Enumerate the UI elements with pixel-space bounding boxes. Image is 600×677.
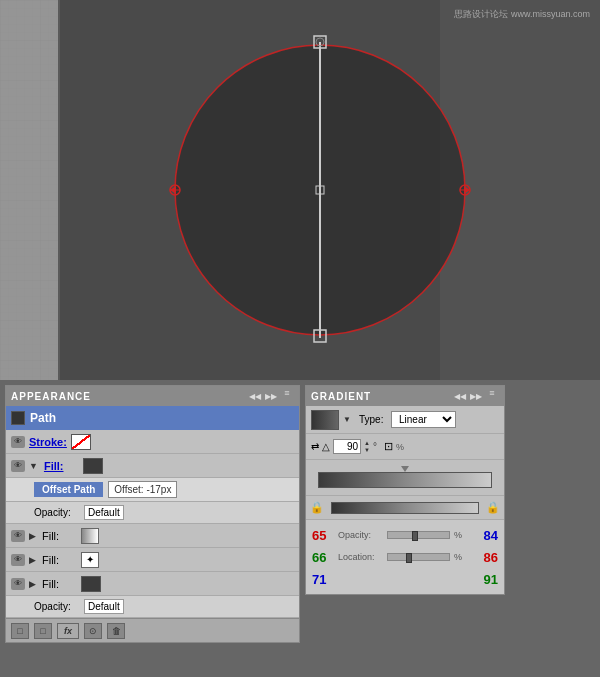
fill3-expand-arrow[interactable]: ▶ — [29, 555, 36, 565]
opacity-pct: % — [454, 530, 472, 540]
appearance-panel: APPEARANCE ◀◀ ▶▶ ≡ Path 👁 Stroke: 👁 ▼ Fi… — [5, 385, 300, 643]
fill-row-4: 👁 ▶ Fill: — [6, 572, 299, 596]
fill3-visibility-icon[interactable]: 👁 — [11, 554, 25, 566]
angle-input[interactable] — [333, 439, 361, 454]
layer-icon[interactable]: □ — [11, 623, 29, 639]
svg-rect-2 — [0, 0, 58, 380]
fill2-swatch[interactable] — [81, 528, 99, 544]
canvas-area: 思路设计论坛 www.missyuan.com — [0, 0, 600, 380]
location-pct: % — [454, 552, 472, 562]
fill3-swatch[interactable]: ✦ — [81, 552, 99, 568]
type-label: Type: — [359, 414, 387, 425]
opacity2-label: Opacity: — [34, 601, 79, 612]
gradient-scroll-left[interactable]: ◀◀ — [453, 386, 467, 406]
color-right-3: 91 — [476, 572, 498, 587]
lock-row: 🔒 🔒 — [306, 496, 504, 520]
fill2-label: Fill: — [42, 530, 77, 542]
opacity-slider[interactable] — [387, 531, 450, 539]
add-icon[interactable]: □ — [34, 623, 52, 639]
gradient-type-select[interactable]: Linear — [391, 411, 456, 428]
ap-toolbar: □ □ fx ⊙ 🗑 — [6, 618, 299, 642]
angle-stepper[interactable]: ▲ ▼ — [364, 440, 370, 454]
panel-menu-btn[interactable]: ≡ — [280, 386, 294, 400]
color-values-area: 65 Opacity: % 84 66 Location: % 86 — [306, 520, 504, 594]
scroll-left-btn[interactable]: ◀◀ — [248, 386, 262, 406]
gradient-panel-header: GRADIENT ◀◀ ▶▶ ≡ — [306, 386, 504, 406]
gradient-bar-bottom[interactable] — [331, 502, 479, 514]
gradient-bar-container — [314, 466, 496, 486]
stroke-label[interactable]: Stroke: — [29, 436, 67, 448]
location-color-row: 66 Location: % 86 — [312, 546, 498, 568]
gradient-bar-area — [306, 460, 504, 496]
aspect-icon[interactable]: ⊡ — [384, 440, 393, 453]
grid-svg — [0, 0, 58, 380]
stroke-visibility-icon[interactable]: 👁 — [11, 436, 25, 448]
canvas-artwork — [60, 0, 600, 380]
panels-area: APPEARANCE ◀◀ ▶▶ ≡ Path 👁 Stroke: 👁 ▼ Fi… — [0, 380, 600, 677]
fill-visibility-icon[interactable]: 👁 — [11, 460, 25, 472]
gradient-scroll-right[interactable]: ▶▶ — [469, 386, 483, 406]
stroke-swatch[interactable] — [71, 434, 91, 450]
fill2-expand-arrow[interactable]: ▶ — [29, 531, 36, 541]
gradient-bar[interactable] — [318, 472, 492, 488]
scroll-right-btn[interactable]: ▶▶ — [264, 386, 278, 406]
opacity2-value: Default — [84, 599, 124, 614]
color-right-2: 86 — [476, 550, 498, 565]
percent-label: % — [396, 442, 414, 452]
fill4-expand-arrow[interactable]: ▶ — [29, 579, 36, 589]
path-icon — [11, 411, 25, 425]
offset-path-button[interactable]: Offset Path — [34, 482, 103, 497]
path-row: Path — [6, 406, 299, 430]
opacity-value: Default — [84, 505, 124, 520]
fill4-visibility-icon[interactable]: 👁 — [11, 578, 25, 590]
fx-icon[interactable]: fx — [57, 623, 79, 639]
appearance-panel-header: APPEARANCE ◀◀ ▶▶ ≡ — [6, 386, 299, 406]
appearance-title: APPEARANCE — [11, 391, 91, 402]
opacity-label: Opacity: — [34, 507, 79, 518]
opacity-color-row: 65 Opacity: % 84 — [312, 524, 498, 546]
fill-row: 👁 ▼ Fill: — [6, 454, 299, 478]
color-left-1: 65 — [312, 528, 334, 543]
angle-unit: ° — [373, 441, 377, 452]
reverse-icon[interactable]: ⇄ — [311, 441, 319, 452]
location-slider[interactable] — [387, 553, 450, 561]
fill-row-3: 👁 ▶ Fill: ✦ — [6, 548, 299, 572]
lock-right-icon[interactable]: 🔒 — [487, 501, 499, 515]
fill2-visibility-icon[interactable]: 👁 — [11, 530, 25, 542]
color-left-2: 66 — [312, 550, 334, 565]
fill4-swatch[interactable] — [81, 576, 101, 592]
angle-icon: △ — [322, 441, 330, 452]
gradient-menu-btn[interactable]: ≡ — [485, 386, 499, 400]
gradient-thumbnail[interactable] — [311, 410, 339, 430]
fill4-label: Fill: — [42, 578, 77, 590]
opacity-row: Opacity: Default — [6, 502, 299, 524]
gradient-title: GRADIENT — [311, 391, 371, 402]
path-label: Path — [30, 411, 56, 425]
color-right-1: 84 — [476, 528, 498, 543]
fill-row-2: 👁 ▶ Fill: — [6, 524, 299, 548]
lock-left-icon[interactable]: 🔒 — [311, 501, 323, 515]
extra-color-row: 71 91 — [312, 568, 498, 590]
offset-value: Offset: -17px — [108, 481, 177, 498]
fill-expand-arrow[interactable]: ▼ — [29, 461, 38, 471]
offset-path-row: Offset Path Offset: -17px — [6, 478, 299, 502]
stroke-row: 👁 Stroke: — [6, 430, 299, 454]
duplicate-icon[interactable]: ⊙ — [84, 623, 102, 639]
opacity2-row: Opacity: Default — [6, 596, 299, 618]
fill-swatch[interactable] — [83, 458, 103, 474]
delete-icon[interactable]: 🗑 — [107, 623, 125, 639]
location-slider-label: Location: — [338, 552, 383, 562]
gradient-type-row: ▼ Type: Linear — [306, 406, 504, 434]
fill3-label: Fill: — [42, 554, 77, 566]
watermark: 思路设计论坛 www.missyuan.com — [454, 8, 590, 21]
opacity-slider-label: Opacity: — [338, 530, 383, 540]
gradient-panel: GRADIENT ◀◀ ▶▶ ≡ ▼ Type: Linear ⇄ △ ▲ — [305, 385, 505, 595]
angle-row: ⇄ △ ▲ ▼ ° ⊡ % — [306, 434, 504, 460]
color-left-3: 71 — [312, 572, 334, 587]
gradient-thumb-dropdown[interactable]: ▼ — [343, 415, 355, 424]
grid-panel — [0, 0, 58, 380]
fill-label[interactable]: Fill: — [44, 460, 79, 472]
